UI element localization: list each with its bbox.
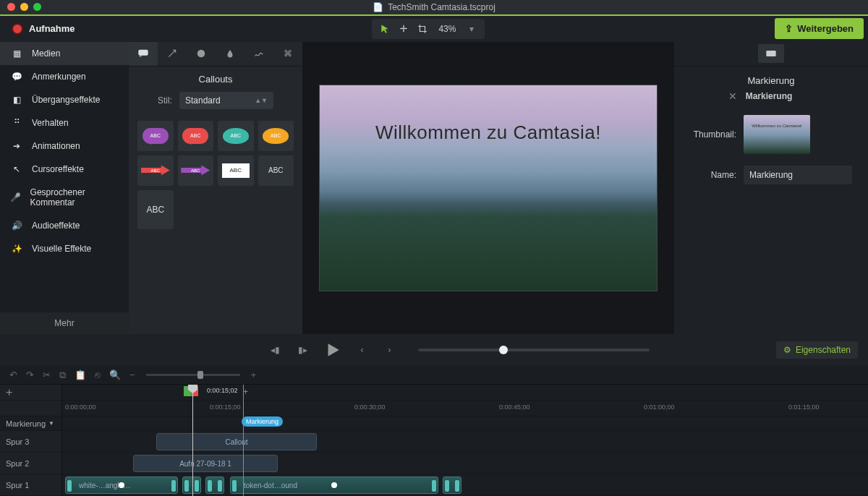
wand-icon: ✨ (10, 244, 23, 254)
tab-arrows[interactable] (158, 42, 187, 66)
prev-button[interactable]: ‹ (352, 340, 372, 360)
track-label-1[interactable]: Spur 1 (0, 481, 61, 489)
clip-gap3[interactable] (443, 476, 461, 494)
clip-token[interactable]: token-dot…ound (230, 476, 438, 494)
track-label-3[interactable]: Spur 3 (0, 437, 61, 446)
animation-icon: ➔ (10, 141, 23, 151)
marker-tag[interactable]: Markierung (242, 416, 283, 427)
track-label-2[interactable]: Spur 2 (0, 459, 61, 468)
share-button[interactable]: ⇪ Weitergeben (775, 18, 864, 39)
crop-tool-icon[interactable] (414, 21, 431, 37)
transition-icon: ◧ (10, 95, 23, 105)
document-icon: 📄 (373, 2, 383, 12)
props-subheading: Markierung (746, 91, 793, 101)
next-button[interactable]: › (379, 340, 399, 360)
marker-line[interactable] (243, 385, 244, 496)
playback-bar: ◂▮ ▮▸ ‹ › ⚙ Eigenschaften (0, 334, 868, 366)
pan-tool-icon[interactable] (395, 21, 412, 37)
clip-gap2[interactable] (205, 476, 224, 494)
props-tab-marker[interactable] (758, 44, 784, 63)
close-icon[interactable]: ✕ (728, 90, 737, 102)
timeline-tracks-area[interactable]: 0:00:15;02 + 0:00:00;00 0:00:15;00 0:00:… (62, 385, 868, 496)
timeline-ruler[interactable]: 0:00:00;00 0:00:15;00 0:00:30;00 0:00:45… (62, 401, 868, 416)
track-3[interactable]: Callout (62, 431, 868, 453)
window-zoom-icon[interactable] (33, 3, 41, 11)
next-frame-button[interactable]: ▮▸ (292, 340, 312, 360)
callout-cloud-orange[interactable]: ABC (258, 121, 294, 151)
callout-text-large[interactable]: ABC (137, 190, 174, 229)
tick: 0:00:45;00 (499, 403, 530, 411)
zoom-level[interactable]: 43% (433, 24, 461, 34)
playhead-time: 0:00:15;02 (207, 387, 238, 394)
track-2[interactable]: Aufn 27-09-18 1 (62, 453, 868, 474)
window-close-icon[interactable] (7, 3, 15, 11)
split-icon[interactable]: ⎋ (93, 368, 103, 382)
clip-gap1[interactable] (182, 476, 201, 494)
cut-icon[interactable]: ✂ (41, 368, 53, 382)
name-input[interactable] (744, 166, 852, 184)
sidebar-item-kommentar[interactable]: 🎤 Gesprochener Kommentar (0, 181, 129, 214)
track-1[interactable]: white-…angle… token-dot…ound (62, 474, 868, 496)
style-select[interactable]: Standard ▲▼ (179, 92, 273, 109)
properties-toggle[interactable]: ⚙ Eigenschaften (776, 341, 858, 359)
properties-toggle-label: Eigenschaften (796, 345, 851, 355)
redo-icon[interactable]: ↷ (24, 368, 36, 382)
select-tool-icon[interactable] (376, 21, 393, 37)
svg-rect-2 (766, 51, 775, 56)
canvas-area[interactable]: Willkommen zu Camtasia! (302, 42, 674, 335)
callout-cloud-teal[interactable]: ABC (218, 121, 254, 151)
add-marker-icon[interactable]: + (243, 387, 248, 397)
scrubber-thumb[interactable] (499, 346, 508, 354)
cursor-icon: ↖ (10, 164, 23, 174)
zoom-dropdown-icon[interactable]: ▾ (463, 21, 480, 37)
sidebar-item-audioeffekte[interactable]: 🔊 Audioeffekte (0, 214, 129, 237)
record-button[interactable]: Aufnahme (4, 20, 82, 38)
callout-arrow-red[interactable]: ABC (137, 155, 174, 186)
sidebar: ▦ Medien 💬 Anmerkungen ◧ Übergangseffekt… (0, 42, 129, 335)
playhead[interactable] (192, 385, 193, 496)
zoom-in-icon[interactable]: + (249, 368, 259, 382)
tab-blur[interactable] (216, 42, 244, 66)
window-minimize-icon[interactable] (20, 3, 28, 11)
prev-frame-button[interactable]: ◂▮ (265, 340, 285, 360)
zoom-icon[interactable]: 🔍 (107, 368, 123, 382)
record-label: Aufnahme (29, 23, 75, 34)
sidebar-item-label: Visuelle Effekte (32, 244, 91, 254)
panel-title: Callouts (129, 67, 302, 89)
thumbnail-label: Thumbnail: (686, 129, 736, 140)
sidebar-item-verhalten[interactable]: ⠛ Verhalten (0, 111, 129, 134)
callout-text-plain[interactable]: ABC (258, 155, 294, 186)
tick: 0:00:30;00 (354, 403, 386, 411)
marker-row-label[interactable]: Markierung▼ (0, 419, 61, 428)
undo-icon[interactable]: ↶ (7, 368, 20, 382)
zoom-out-icon[interactable]: − (127, 368, 137, 382)
play-button[interactable] (320, 338, 344, 362)
callout-arrow-purple[interactable]: ABC (178, 155, 214, 186)
tab-sketch[interactable] (244, 42, 273, 66)
sidebar-item-cursoreffekte[interactable]: ↖ Cursoreffekte (0, 158, 129, 181)
copy-icon[interactable]: ⧉ (57, 368, 68, 382)
clip-aufn[interactable]: Aufn 27-09-18 1 (133, 455, 278, 472)
canvas[interactable]: Willkommen zu Camtasia! (319, 85, 658, 291)
clip-callout[interactable]: Callout (156, 433, 317, 450)
sidebar-item-medien[interactable]: ▦ Medien (0, 42, 129, 65)
sidebar-item-anmerkungen[interactable]: 💬 Anmerkungen (0, 65, 129, 88)
callout-bubble-purple[interactable]: ABC (137, 121, 174, 151)
sidebar-item-visuelle-effekte[interactable]: ✨ Visuelle Effekte (0, 237, 129, 260)
paste-icon[interactable]: 📋 (72, 368, 88, 382)
tab-shapes[interactable] (187, 42, 216, 66)
sidebar-item-label: Medien (32, 48, 60, 59)
callout-rect-white[interactable]: ABC (218, 155, 254, 186)
scrubber[interactable] (418, 349, 650, 351)
add-track-button[interactable]: + (0, 386, 61, 399)
tab-callouts[interactable] (129, 42, 158, 66)
sidebar-item-uebergangseffekte[interactable]: ◧ Übergangseffekte (0, 88, 129, 111)
clip-white[interactable]: white-…angle… (65, 476, 178, 494)
sidebar-more[interactable]: Mehr (0, 312, 129, 334)
props-heading: Markierung (674, 67, 868, 87)
sidebar-item-animationen[interactable]: ➔ Animationen (0, 134, 129, 158)
timeline-zoom-slider[interactable] (146, 374, 240, 376)
tab-keystroke[interactable]: ⌘ (273, 42, 302, 66)
callout-bubble-red[interactable]: ABC (178, 121, 214, 151)
audio-icon: 🔊 (10, 221, 23, 231)
